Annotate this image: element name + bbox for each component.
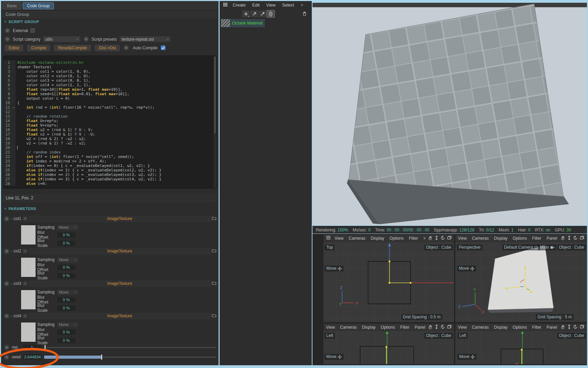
- viewport-left-a-canvas[interactable]: Left Object : Cube Move: [324, 331, 454, 364]
- rotate-view-icon[interactable]: [441, 325, 445, 330]
- chevron-down-icon[interactable]: ˅: [22, 249, 28, 254]
- rotate-view-icon[interactable]: [573, 236, 578, 241]
- zoom-updown-icon[interactable]: [567, 325, 571, 330]
- blur-scale-field[interactable]: 0 %: [57, 241, 75, 246]
- vp-menu-panel[interactable]: Panel: [415, 325, 425, 330]
- vp-menu-panel[interactable]: Panel: [547, 236, 557, 241]
- material-list-item[interactable]: Octane Material: [221, 19, 265, 27]
- rotate-view-icon[interactable]: [573, 325, 578, 330]
- texture-thumbnail[interactable]: [21, 322, 36, 342]
- folder-icon[interactable]: [212, 281, 216, 286]
- vp-menu-cameras[interactable]: Cameras: [340, 325, 357, 330]
- seed-value-field[interactable]: 2.644934: [23, 354, 41, 360]
- pan-hand-icon[interactable]: [561, 236, 565, 241]
- seed-slider[interactable]: [44, 357, 216, 358]
- vp-menu-options[interactable]: Options: [513, 236, 527, 241]
- texture-thumbnail[interactable]: [21, 290, 36, 310]
- vp-menu-display[interactable]: Display: [362, 325, 375, 330]
- reset-compile-button[interactable]: Reset&Compile: [54, 44, 91, 51]
- texture-thumbnail[interactable]: [21, 257, 36, 277]
- menu-create[interactable]: Create: [233, 3, 246, 8]
- vp-menu-cameras[interactable]: Cameras: [472, 236, 489, 241]
- pan-hand-icon[interactable]: [428, 236, 433, 241]
- maximize-panel-icon[interactable]: [580, 325, 584, 330]
- viewport-left-b-canvas[interactable]: Left Object : Cube Move: [455, 331, 587, 364]
- vp-menu-filter[interactable]: Filter: [532, 325, 541, 330]
- pan-hand-icon[interactable]: [561, 325, 565, 330]
- link-arrow-button[interactable]: [250, 10, 258, 18]
- add-node-button[interactable]: [242, 10, 250, 18]
- folder-icon[interactable]: [212, 313, 216, 319]
- chevron-right-icon[interactable]: ›: [11, 217, 12, 221]
- folder-icon[interactable]: [212, 216, 216, 221]
- menu-view[interactable]: View: [266, 3, 276, 8]
- vp-menu-overflow[interactable]: >: [423, 236, 426, 241]
- vp-menu-panel[interactable]: Panel: [547, 325, 557, 330]
- sampling-select[interactable]: None˅: [57, 257, 78, 262]
- blur-scale-field[interactable]: 0 %: [57, 338, 75, 343]
- glsl-to-osl-button[interactable]: Glsl->Osl: [95, 44, 120, 51]
- script-group-header[interactable]: ˅ SCRIPT GROUP: [4, 20, 39, 24]
- vp-menu-display[interactable]: Display: [370, 236, 384, 241]
- script-category-select[interactable]: utils ˅: [43, 36, 81, 42]
- chevron-right-icon[interactable]: ›: [11, 282, 12, 286]
- viewport-perspective[interactable]: View Cameras Display Options Filter Pane…: [455, 234, 587, 322]
- vp-menu-options[interactable]: Options: [389, 236, 404, 241]
- editor-scrollbar[interactable]: [214, 56, 216, 188]
- vp-menu-filter[interactable]: Filter: [409, 236, 418, 241]
- main-camera-label[interactable]: Main: [538, 245, 556, 250]
- chevron-down-icon[interactable]: ˅: [22, 314, 28, 319]
- rep-slider[interactable]: [44, 347, 216, 348]
- texture-type-button[interactable]: ImageTexture: [29, 216, 210, 222]
- viewport-perspective-canvas[interactable]: Y Z X Perspective Default Camera Main Ob…: [455, 242, 587, 322]
- vp-menu-view[interactable]: View: [335, 236, 344, 241]
- maximize-panel-icon[interactable]: [580, 236, 584, 241]
- vp-menu-view[interactable]: View: [458, 236, 467, 241]
- texture-type-button[interactable]: ImageTexture: [29, 281, 210, 287]
- vp-menu-filter[interactable]: Filter: [532, 236, 541, 241]
- hamburger-menu-icon[interactable]: [223, 2, 228, 8]
- hamburger-menu-icon[interactable]: [326, 236, 331, 241]
- zoom-updown-icon[interactable]: [435, 325, 438, 330]
- blur-scale-field[interactable]: 0 %: [57, 273, 75, 278]
- vp-menu-display[interactable]: Display: [494, 325, 507, 330]
- vp-menu-display[interactable]: Display: [494, 236, 507, 241]
- tab-basic[interactable]: Basic: [3, 2, 21, 9]
- vp-menu-cameras[interactable]: Cameras: [349, 236, 366, 241]
- tab-code-group[interactable]: Code Group: [23, 2, 54, 9]
- menu-overflow-chevron[interactable]: >: [301, 3, 303, 8]
- vp-menu-view[interactable]: View: [458, 325, 467, 330]
- texture-type-button[interactable]: ImageTexture: [29, 248, 210, 254]
- render-viewport[interactable]: [312, 3, 587, 225]
- folder-icon[interactable]: [212, 248, 216, 254]
- maximize-panel-icon[interactable]: [447, 325, 452, 330]
- viewport-left-a[interactable]: View Cameras Display Options Filter Pane…: [323, 323, 454, 365]
- texture-type-button[interactable]: ImageTexture: [29, 313, 210, 319]
- vp-menu-filter[interactable]: Filter: [400, 325, 409, 330]
- material-ball-button[interactable]: [267, 10, 275, 18]
- viewport-top[interactable]: View Cameras Display Options Filter >: [323, 234, 454, 322]
- external-checkbox[interactable]: [30, 28, 35, 33]
- eyedropper-button[interactable]: [258, 10, 267, 18]
- rep-value-field[interactable]: 1.: [23, 345, 41, 350]
- auto-compile-checkbox[interactable]: [161, 46, 165, 50]
- blur-offset-field[interactable]: 0 %: [57, 265, 75, 270]
- chevron-right-icon[interactable]: ›: [11, 314, 12, 318]
- sampling-select[interactable]: None˅: [57, 290, 78, 295]
- pan-hand-icon[interactable]: [428, 325, 433, 330]
- maximize-panel-icon[interactable]: [447, 236, 452, 241]
- blur-offset-field[interactable]: 0 %: [57, 232, 75, 238]
- zoom-updown-icon[interactable]: [435, 236, 438, 241]
- texture-thumbnail[interactable]: [21, 225, 36, 245]
- script-presets-select[interactable]: texture-repeat.osl ˅: [119, 36, 171, 42]
- vp-menu-options[interactable]: Options: [381, 325, 395, 330]
- viewport-left-b[interactable]: View Cameras Display Options Filter Pane…: [455, 323, 587, 365]
- code-editor[interactable]: 1#include <octane-oslintrin.h>2shader Te…: [3, 56, 216, 189]
- viewport-top-canvas[interactable]: Z X Y Top Object : Cube Move Grid Spacin…: [324, 242, 454, 322]
- chevron-down-icon[interactable]: ˅: [22, 281, 28, 286]
- blur-offset-field[interactable]: 0 %: [57, 297, 75, 302]
- menu-edit[interactable]: Edit: [252, 3, 260, 8]
- blur-scale-field[interactable]: 0 %: [57, 306, 75, 311]
- vp-menu-view[interactable]: View: [326, 325, 335, 330]
- menu-select[interactable]: Select: [282, 3, 294, 8]
